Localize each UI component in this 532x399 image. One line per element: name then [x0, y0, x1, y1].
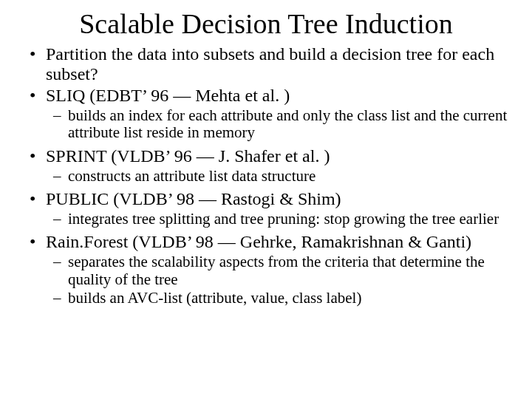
- bullet-item: Partition the data into subsets and buil…: [46, 44, 511, 84]
- sub-bullet-list: integrates tree splitting and tree pruni…: [46, 211, 511, 228]
- bullet-item: SLIQ (EDBT’ 96 — Mehta et al. ) builds a…: [46, 86, 511, 142]
- sub-bullet-text: builds an AVC-list (attribute, value, cl…: [68, 289, 361, 307]
- sub-bullet-list: constructs an attribute list data struct…: [46, 168, 511, 185]
- sub-bullet-item: builds an AVC-list (attribute, value, cl…: [68, 290, 511, 307]
- bullet-text: Partition the data into subsets and buil…: [46, 44, 494, 83]
- sub-bullet-text: builds an index for each attribute and o…: [68, 106, 507, 142]
- bullet-text: SPRINT (VLDB’ 96 — J. Shafer et al. ): [46, 146, 330, 166]
- bullet-item: SPRINT (VLDB’ 96 — J. Shafer et al. ) co…: [46, 146, 511, 185]
- bullet-list: Partition the data into subsets and buil…: [21, 44, 511, 307]
- slide-title: Scalable Decision Tree Induction: [21, 7, 511, 40]
- sub-bullet-text: separates the scalability aspects from t…: [68, 253, 485, 288]
- sub-bullet-list: separates the scalability aspects from t…: [46, 253, 511, 307]
- sub-bullet-item: builds an index for each attribute and o…: [68, 107, 511, 142]
- sub-bullet-item: constructs an attribute list data struct…: [68, 168, 511, 185]
- bullet-text: Rain.Forest (VLDB’ 98 — Gehrke, Ramakris…: [46, 232, 471, 251]
- slide: Scalable Decision Tree Induction Partiti…: [0, 0, 532, 399]
- bullet-item: PUBLIC (VLDB’ 98 — Rastogi & Shim) integ…: [46, 189, 511, 228]
- sub-bullet-text: constructs an attribute list data struct…: [68, 167, 316, 185]
- sub-bullet-text: integrates tree splitting and tree pruni…: [68, 210, 499, 228]
- sub-bullet-item: separates the scalability aspects from t…: [68, 253, 511, 288]
- sub-bullet-item: integrates tree splitting and tree pruni…: [68, 211, 511, 228]
- bullet-text: PUBLIC (VLDB’ 98 — Rastogi & Shim): [46, 189, 341, 208]
- bullet-item: Rain.Forest (VLDB’ 98 — Gehrke, Ramakris…: [46, 232, 511, 307]
- sub-bullet-list: builds an index for each attribute and o…: [46, 107, 511, 142]
- bullet-text: SLIQ (EDBT’ 96 — Mehta et al. ): [46, 86, 290, 105]
